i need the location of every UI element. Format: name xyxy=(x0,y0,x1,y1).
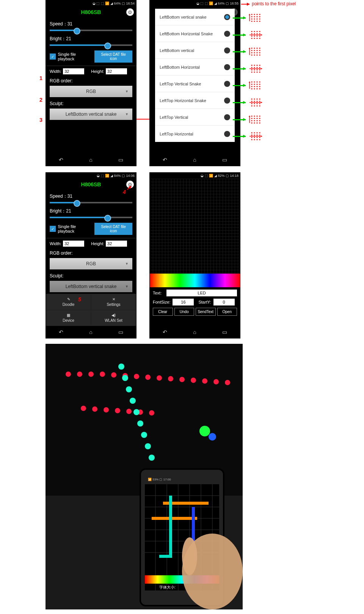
radio-icon[interactable] xyxy=(224,47,230,54)
svg-point-40 xyxy=(251,50,252,51)
single-file-checkbox[interactable]: ✓ xyxy=(50,226,56,232)
color-spectrum[interactable] xyxy=(150,274,240,287)
svg-text:字体大小:: 字体大小: xyxy=(159,585,176,589)
text-input[interactable] xyxy=(166,290,237,296)
svg-point-5 xyxy=(254,16,255,17)
clear-button[interactable]: Clear xyxy=(153,308,173,316)
home-icon[interactable]: ⌂ xyxy=(193,157,196,163)
svg-point-159 xyxy=(213,379,219,384)
single-file-checkbox[interactable]: ✓ xyxy=(50,54,56,60)
svg-point-156 xyxy=(179,377,185,382)
recent-icon[interactable]: ▭ xyxy=(118,157,123,163)
sculpt-option[interactable]: LeftTop Vertical xyxy=(155,109,235,126)
home-icon[interactable]: ⌂ xyxy=(89,329,92,335)
svg-marker-143 xyxy=(261,135,262,137)
svg-point-51 xyxy=(259,54,260,55)
recent-icon[interactable]: ▭ xyxy=(222,157,227,163)
menu-wlan[interactable]: ◀)WLAN Set xyxy=(91,310,136,326)
svg-point-42 xyxy=(256,50,257,51)
width-input[interactable] xyxy=(63,241,84,247)
svg-point-170 xyxy=(126,386,132,392)
svg-point-122 xyxy=(256,122,257,123)
recent-icon[interactable]: ▭ xyxy=(118,329,123,335)
svg-point-148 xyxy=(88,372,94,377)
pattern-icon-4 xyxy=(249,80,262,90)
height-input[interactable] xyxy=(106,241,127,247)
svg-point-90 xyxy=(251,98,252,99)
back-icon[interactable]: ↶ xyxy=(163,329,167,335)
svg-point-155 xyxy=(168,376,173,381)
undo-button[interactable]: Undo xyxy=(174,308,195,316)
rgb-order-label: RGB order: xyxy=(50,78,132,83)
rgb-dropdown[interactable]: RGB▼ xyxy=(50,86,132,97)
sculpt-option[interactable]: LeftBottom vertical snake xyxy=(155,9,235,25)
svg-point-37 xyxy=(254,47,255,49)
gear-icon[interactable]: ⚙ xyxy=(126,8,134,16)
home-icon[interactable]: ⌂ xyxy=(89,157,92,163)
sculpt-option[interactable]: LeftTop Horizontal Snake xyxy=(155,92,235,109)
open-button[interactable]: Open xyxy=(217,308,237,316)
svg-marker-89 xyxy=(249,81,250,83)
sculpt-option[interactable]: LeftBottom vertical xyxy=(155,42,235,59)
svg-point-46 xyxy=(256,52,257,53)
svg-point-1 xyxy=(254,14,255,15)
svg-point-177 xyxy=(199,426,210,436)
radio-icon[interactable] xyxy=(224,31,230,37)
svg-point-6 xyxy=(256,16,257,17)
back-icon[interactable]: ↶ xyxy=(163,157,167,163)
radio-icon[interactable] xyxy=(224,14,230,20)
svg-point-84 xyxy=(251,88,252,89)
back-icon[interactable]: ↶ xyxy=(59,329,63,335)
sculpt-dropdown[interactable]: LeftBottom vertical snake▼ xyxy=(50,109,132,120)
svg-point-93 xyxy=(259,98,260,99)
doodle-canvas[interactable] xyxy=(150,179,240,274)
sculpt-option[interactable]: LeftBottom Horizontal Snake xyxy=(155,25,235,42)
svg-point-150 xyxy=(111,372,116,378)
radio-icon[interactable] xyxy=(224,81,230,87)
radio-icon[interactable] xyxy=(224,131,230,137)
bright-slider[interactable] xyxy=(50,44,132,46)
sculpt-option[interactable]: LeftBottom Horizontal xyxy=(155,59,235,76)
speed-slider[interactable] xyxy=(50,202,132,203)
sculpt-option[interactable]: LeftTop Vertical Snake xyxy=(155,76,235,92)
svg-point-135 xyxy=(254,137,255,138)
fontsize-input[interactable] xyxy=(173,299,194,305)
fontsize-label: FontSize: xyxy=(153,300,170,304)
svg-point-103 xyxy=(254,105,255,106)
title-bar: H806SB ⚙ xyxy=(46,179,136,190)
sculpt-option[interactable]: LeftTop Horizontal xyxy=(155,126,235,142)
menu-device[interactable]: ▦Device xyxy=(46,310,91,326)
home-icon[interactable]: ⌂ xyxy=(193,329,196,335)
svg-point-82 xyxy=(256,86,257,87)
svg-point-101 xyxy=(259,103,260,104)
svg-marker-17 xyxy=(249,14,250,15)
radio-icon[interactable] xyxy=(224,64,230,70)
back-icon[interactable]: ↶ xyxy=(59,157,63,163)
bright-slider[interactable] xyxy=(50,217,132,218)
status-text: 64% ▢ 16:55 xyxy=(218,2,238,5)
height-input[interactable] xyxy=(106,68,127,74)
speed-slider[interactable] xyxy=(50,30,132,31)
pattern-icon-2 xyxy=(249,47,262,57)
width-input[interactable] xyxy=(63,68,84,74)
svg-point-83 xyxy=(259,86,260,87)
select-dat-button[interactable]: Select DAT file icon xyxy=(94,50,132,63)
config-section: Width: Height: RGB order: RGB▼ Sculpt: L… xyxy=(46,66,136,123)
recent-icon[interactable]: ▭ xyxy=(222,329,227,335)
radio-icon[interactable] xyxy=(224,114,230,120)
svg-point-113 xyxy=(254,118,255,119)
radio-icon[interactable] xyxy=(224,98,230,104)
sendtext-button[interactable]: SendText xyxy=(196,308,216,316)
menu-doodle[interactable]: ✎Doodle xyxy=(46,294,91,310)
svg-point-165 xyxy=(126,409,132,414)
speaker-icon: ◀) xyxy=(111,313,116,317)
svg-point-72 xyxy=(251,81,252,82)
rgb-dropdown[interactable]: RGB▼ xyxy=(50,258,132,269)
svg-point-58 xyxy=(251,67,252,68)
svg-point-19 xyxy=(254,31,255,32)
starty-input[interactable] xyxy=(213,299,235,305)
sculpt-dropdown[interactable]: LeftBottom vertical snake▼ xyxy=(50,281,132,292)
select-dat-button[interactable]: Select DAT file icon xyxy=(94,223,132,235)
height-label: Height: xyxy=(91,69,104,74)
menu-settings[interactable]: ✕Settings xyxy=(91,294,136,310)
